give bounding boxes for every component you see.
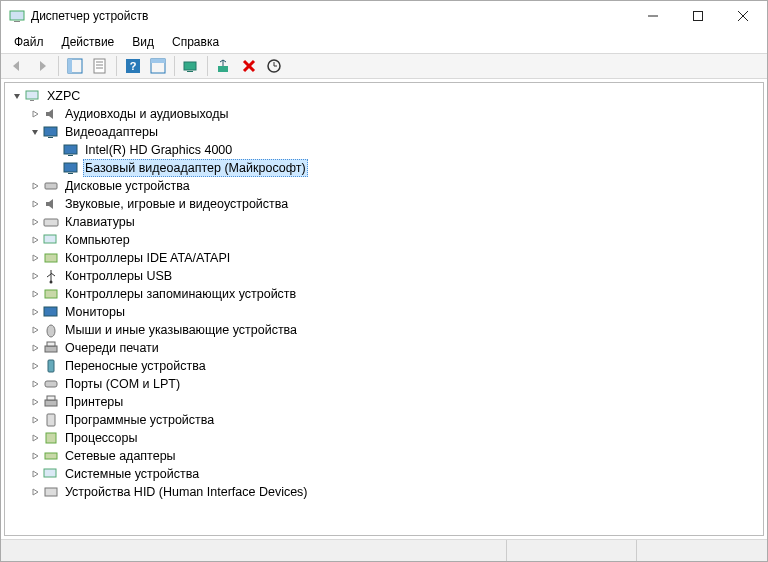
keyboard-icon <box>43 214 59 230</box>
tree-item-printers[interactable]: Принтеры <box>5 393 763 411</box>
tree-item-keyboards[interactable]: Клавиатуры <box>5 213 763 231</box>
usb-icon <box>43 268 59 284</box>
update-driver-button[interactable] <box>179 55 203 77</box>
tree-label: Клавиатуры <box>63 213 137 231</box>
minimize-button[interactable] <box>630 2 675 30</box>
svg-rect-27 <box>68 155 73 156</box>
tree-item-ports[interactable]: Порты (COM и LPT) <box>5 375 763 393</box>
network-icon <box>43 448 59 464</box>
tree-item-sound[interactable]: Звуковые, игровые и видеоустройства <box>5 195 763 213</box>
tree-item-hid[interactable]: Устройства HID (Human Interface Devices) <box>5 483 763 501</box>
speaker-icon <box>43 196 59 212</box>
mouse-icon <box>43 322 59 338</box>
action-button[interactable] <box>146 55 170 77</box>
tree-item-computer[interactable]: Компьютер <box>5 231 763 249</box>
tree-label: Очереди печати <box>63 339 161 357</box>
menu-file[interactable]: Файл <box>5 33 53 51</box>
chevron-right-icon[interactable] <box>29 342 41 354</box>
chevron-right-icon[interactable] <box>29 396 41 408</box>
display-adapter-icon <box>63 160 79 176</box>
tree-label: Дисковые устройства <box>63 177 192 195</box>
tree-label: Программные устройства <box>63 411 216 429</box>
svg-rect-18 <box>218 66 228 72</box>
properties-button[interactable] <box>88 55 112 77</box>
chevron-right-icon[interactable] <box>29 198 41 210</box>
tree-item-ide[interactable]: Контроллеры IDE ATA/ATAPI <box>5 249 763 267</box>
display-adapter-icon <box>63 142 79 158</box>
tree-label: Контроллеры USB <box>63 267 174 285</box>
chevron-right-icon[interactable] <box>29 180 41 192</box>
controller-icon <box>43 250 59 266</box>
tree-item-print-queues[interactable]: Очереди печати <box>5 339 763 357</box>
uninstall-button[interactable] <box>237 55 261 77</box>
menu-action[interactable]: Действие <box>53 33 124 51</box>
tree-label: Базовый видеоадаптер (Майкрософт) <box>83 159 308 177</box>
tree-label: Компьютер <box>63 231 132 249</box>
tree-item-mouse[interactable]: Мыши и иные указывающие устройства <box>5 321 763 339</box>
tree-item-portable[interactable]: Переносные устройства <box>5 357 763 375</box>
chevron-right-icon[interactable] <box>29 252 41 264</box>
chevron-right-icon[interactable] <box>29 306 41 318</box>
svg-rect-44 <box>47 414 55 426</box>
chevron-right-icon[interactable] <box>29 378 41 390</box>
tree-item-processors[interactable]: Процессоры <box>5 429 763 447</box>
tree-item-video-basic[interactable]: Базовый видеоадаптер (Майкрософт) <box>5 159 763 177</box>
chevron-right-icon[interactable] <box>29 324 41 336</box>
chevron-down-icon[interactable] <box>11 90 23 102</box>
tree-root[interactable]: XZPC <box>5 87 763 105</box>
chevron-right-icon[interactable] <box>29 288 41 300</box>
menu-help[interactable]: Справка <box>163 33 228 51</box>
tree-item-video-intel[interactable]: Intel(R) HD Graphics 4000 <box>5 141 763 159</box>
tree-item-usb[interactable]: Контроллеры USB <box>5 267 763 285</box>
tree-item-storage-controllers[interactable]: Контроллеры запоминающих устройств <box>5 285 763 303</box>
controller-icon <box>43 286 59 302</box>
tree-item-software-devices[interactable]: Программные устройства <box>5 411 763 429</box>
portable-device-icon <box>43 358 59 374</box>
tree-label: Контроллеры запоминающих устройств <box>63 285 298 303</box>
chevron-right-icon[interactable] <box>29 234 41 246</box>
tree-item-video[interactable]: Видеоадаптеры <box>5 123 763 141</box>
enable-device-button[interactable] <box>212 55 236 77</box>
disk-icon <box>43 178 59 194</box>
svg-rect-36 <box>44 307 57 316</box>
close-button[interactable] <box>720 2 765 30</box>
port-icon <box>43 376 59 392</box>
svg-rect-39 <box>47 342 55 346</box>
svg-rect-48 <box>45 488 57 496</box>
tree-item-monitors[interactable]: Мониторы <box>5 303 763 321</box>
chevron-right-icon[interactable] <box>29 270 41 282</box>
tree-item-network[interactable]: Сетевые адаптеры <box>5 447 763 465</box>
device-tree[interactable]: XZPC Аудиовходы и аудиовыходы Видеоадапт… <box>5 87 763 535</box>
tree-label: Контроллеры IDE ATA/ATAPI <box>63 249 232 267</box>
tree-item-disk[interactable]: Дисковые устройства <box>5 177 763 195</box>
back-button[interactable] <box>5 55 29 77</box>
chevron-right-icon[interactable] <box>29 360 41 372</box>
chevron-right-icon[interactable] <box>29 414 41 426</box>
svg-rect-3 <box>693 12 702 21</box>
tree-item-audio[interactable]: Аудиовходы и аудиовыходы <box>5 105 763 123</box>
chevron-down-icon[interactable] <box>29 126 41 138</box>
show-hide-tree-button[interactable] <box>63 55 87 77</box>
chevron-right-icon[interactable] <box>29 432 41 444</box>
speaker-icon <box>43 106 59 122</box>
forward-button[interactable] <box>30 55 54 77</box>
chevron-right-icon[interactable] <box>29 216 41 228</box>
system-icon <box>43 466 59 482</box>
help-button[interactable]: ? <box>121 55 145 77</box>
svg-rect-45 <box>46 433 56 443</box>
printer-icon <box>43 394 59 410</box>
chevron-right-icon[interactable] <box>29 450 41 462</box>
tree-label: Устройства HID (Human Interface Devices) <box>63 483 310 501</box>
svg-rect-1 <box>14 21 20 22</box>
chevron-right-icon[interactable] <box>29 486 41 498</box>
chevron-right-icon[interactable] <box>29 468 41 480</box>
app-icon <box>9 8 25 24</box>
scan-hardware-button[interactable] <box>262 55 286 77</box>
cpu-icon <box>43 430 59 446</box>
svg-rect-46 <box>45 453 57 459</box>
tree-item-system[interactable]: Системные устройства <box>5 465 763 483</box>
svg-rect-43 <box>47 396 55 400</box>
maximize-button[interactable] <box>675 2 720 30</box>
menu-view[interactable]: Вид <box>123 33 163 51</box>
chevron-right-icon[interactable] <box>29 108 41 120</box>
